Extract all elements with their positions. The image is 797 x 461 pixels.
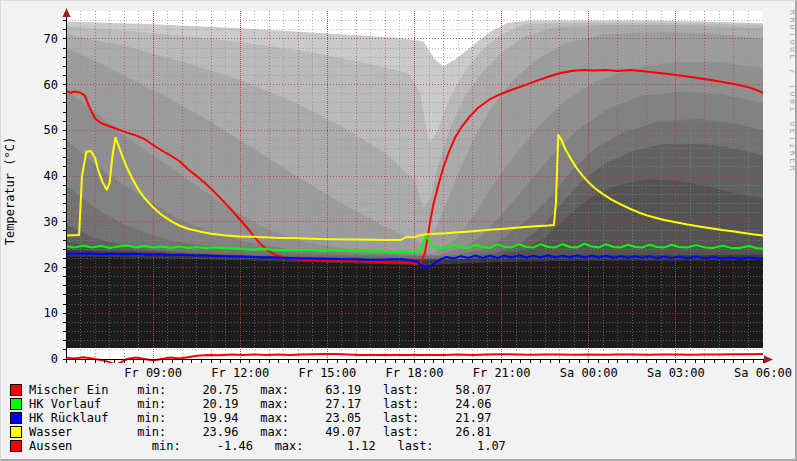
legend-row-aussen: Aussen min: -1.46 max: 1.12 last: 1.07 — [10, 439, 506, 453]
legend-row-mischer-ein: Mischer Ein min: 20.75 max: 63.19 last: … — [10, 383, 506, 397]
legend-row-hk-ruecklauf: HK Rücklauf min: 19.94 max: 23.05 last: … — [10, 411, 506, 425]
legend-swatch-aussen — [10, 440, 22, 452]
x-axis-label-sa0000: Sa 00:00 — [560, 366, 618, 380]
y-axis-label-40: 40 — [44, 169, 58, 183]
y-axis-label-10: 10 — [44, 306, 58, 320]
legend-swatch-hk-vorlauf — [10, 398, 22, 410]
x-axis-label-fr0900: Fr 09:00 — [124, 366, 182, 380]
y-axis-label-70: 70 — [44, 32, 58, 46]
y-axis-label-50: 50 — [44, 123, 58, 137]
legend-row-wasser: Wasser min: 23.96 max: 49.07 last: 26.81 — [10, 425, 506, 439]
legend-text-hk-ruecklauf: HK Rücklauf min: 19.94 max: 23.05 last: … — [29, 411, 491, 425]
legend-swatch-wasser — [10, 426, 22, 438]
x-axis-label-fr1200: Fr 12:00 — [211, 366, 269, 380]
legend-text-mischer-ein: Mischer Ein min: 20.75 max: 63.19 last: … — [29, 383, 491, 397]
legend-text-hk-vorlauf: HK Vorlauf min: 20.19 max: 27.17 last: 2… — [29, 397, 491, 411]
y-axis-title: Temperatur (°C) — [3, 137, 17, 245]
legend-swatch-mischer-ein — [10, 384, 22, 396]
x-axis-label-sa0600: Sa 06:00 — [734, 366, 792, 380]
y-axis-label-60: 60 — [44, 78, 58, 92]
rrdtool-temperature-graph: Fr 09:00Fr 12:00Fr 15:00Fr 18:00Fr 21:00… — [0, 0, 797, 461]
legend-row-hk-vorlauf: HK Vorlauf min: 20.19 max: 27.17 last: 2… — [10, 397, 506, 411]
legend: Mischer Ein min: 20.75 max: 63.19 last: … — [10, 383, 506, 453]
y-axis-label-0: 0 — [51, 352, 58, 366]
rrdtool-watermark: RRDTOOL / TOBI OETIKER — [788, 10, 797, 173]
x-axis-label-fr1800: Fr 18:00 — [386, 366, 444, 380]
y-axis-label-20: 20 — [44, 261, 58, 275]
x-axis-label-fr2100: Fr 21:00 — [473, 366, 531, 380]
x-axis-label-sa0300: Sa 03:00 — [647, 366, 705, 380]
legend-text-aussen: Aussen min: -1.46 max: 1.12 last: 1.07 — [29, 439, 506, 453]
legend-text-wasser: Wasser min: 23.96 max: 49.07 last: 26.81 — [29, 425, 491, 439]
x-axis-label-fr1500: Fr 15:00 — [298, 366, 356, 380]
legend-swatch-hk-ruecklauf — [10, 412, 22, 424]
y-axis-label-30: 30 — [44, 215, 58, 229]
